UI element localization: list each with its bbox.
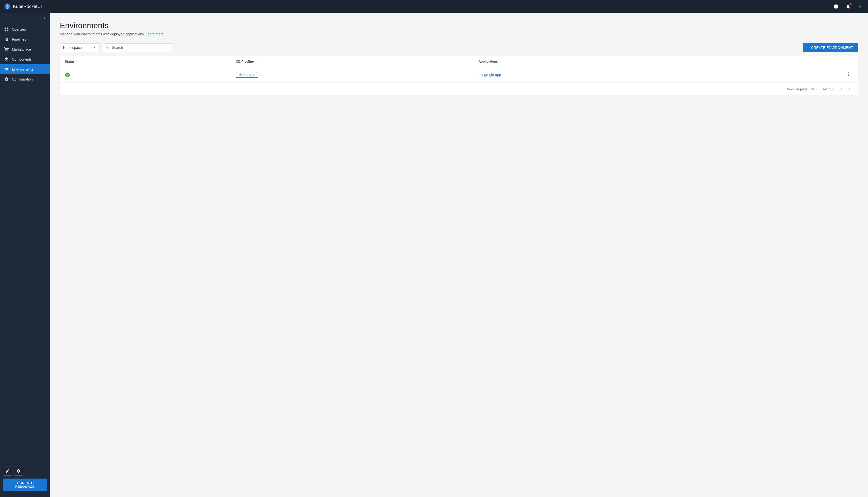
namespace-dropdown[interactable]: Namespaces — [60, 43, 100, 52]
create-env-label: + CREATE ENVIRONMENT — [808, 46, 853, 49]
sidebar-item-environments[interactable]: Environments — [0, 64, 50, 74]
sidebar-bottom: + CREATE RESOURCE — [0, 465, 50, 493]
grid-icon — [4, 27, 9, 32]
row-applications-cell: my-go-gin-app — [473, 67, 717, 83]
notification-badge — [850, 3, 852, 5]
table-header-row: Status CD Pipeline App — [60, 56, 858, 67]
sidebar-item-overview-label: Overview — [12, 27, 26, 31]
chevron-down-rows-icon — [815, 87, 819, 91]
settings-icon — [16, 469, 21, 473]
page-nav — [838, 86, 853, 93]
app-title: KubeRocketCI — [13, 4, 42, 9]
search-input[interactable] — [112, 46, 169, 49]
rows-per-page: Rows per page: 15 — [785, 87, 819, 91]
environments-table: Status CD Pipeline App — [60, 56, 858, 83]
col-cd-pipeline-label: CD Pipeline — [236, 60, 254, 63]
row-cd-pipeline-cell: demo-pipe — [231, 67, 473, 83]
sidebar-item-configuration-label: Configuration — [12, 77, 33, 81]
chevron-left-icon — [42, 16, 47, 20]
create-resource-button[interactable]: + CREATE RESOURCE — [3, 479, 47, 491]
table-row: demo-pipe my-go-gin-app — [60, 67, 858, 83]
chevron-down-icon — [92, 46, 97, 49]
layers-icon — [4, 57, 9, 62]
more-vert-row-icon — [846, 72, 851, 76]
sidebar-item-pipelines-label: Pipelines — [12, 38, 26, 41]
main-content: Environments Manage your environments wi… — [50, 13, 868, 497]
pagination: Rows per page: 15 1–1 of 1 — [60, 83, 858, 96]
status-ok-icon — [65, 72, 226, 77]
sidebar-collapse-button[interactable] — [41, 15, 48, 23]
col-actions — [716, 56, 858, 67]
cd-pipeline-highlighted: demo-pipe — [236, 72, 258, 78]
app-body: Overview Pipelines Marketplace Component… — [0, 13, 868, 497]
toolbar-left: Namespaces — [60, 43, 173, 52]
sidebar-item-overview[interactable]: Overview — [0, 25, 50, 34]
rows-per-page-select[interactable]: 15 — [810, 87, 819, 91]
col-applications-label: Applications — [479, 60, 498, 63]
sort-status-icon[interactable] — [76, 60, 78, 62]
logo-icon — [4, 3, 11, 10]
col-cd-pipeline: CD Pipeline — [231, 56, 473, 67]
topnav-actions — [832, 2, 864, 11]
sidebar-item-marketplace[interactable]: Marketplace — [0, 44, 50, 54]
create-resource-label: + CREATE RESOURCE — [7, 481, 43, 488]
col-status: Status — [60, 56, 231, 67]
sidebar-item-environments-label: Environments — [12, 67, 33, 71]
info-button[interactable] — [832, 2, 840, 11]
search-box — [103, 43, 173, 52]
pipelines-icon — [4, 37, 9, 42]
sidebar-collapse — [0, 13, 50, 23]
row-more-button[interactable] — [844, 71, 853, 79]
gear-icon — [4, 77, 9, 82]
create-environment-button[interactable]: + CREATE ENVIRONMENT — [803, 43, 858, 52]
namespace-value: Namespaces — [63, 46, 84, 49]
notifications-button[interactable] — [844, 2, 852, 11]
applications-link[interactable]: my-go-gin-app — [479, 73, 501, 77]
cd-pipeline-link[interactable]: demo-pipe — [239, 73, 255, 77]
more-vert-icon — [857, 4, 863, 9]
settings-button[interactable] — [14, 467, 23, 475]
chevron-right-page-icon — [847, 87, 852, 91]
sidebar-item-components-label: Components — [12, 57, 32, 61]
page-title: Environments — [60, 21, 858, 30]
info-icon — [834, 4, 839, 9]
svg-point-1 — [7, 6, 8, 7]
prev-page-button[interactable] — [838, 86, 845, 93]
topnav: KubeRocketCI — [0, 0, 868, 13]
next-page-button[interactable] — [846, 86, 853, 93]
table-header: Status CD Pipeline App — [60, 56, 858, 67]
logo: KubeRocketCI — [4, 3, 832, 10]
edit-icon — [5, 469, 10, 473]
rows-per-page-value: 15 — [810, 87, 814, 91]
toolbar: Namespaces + CREATE ENVIRONMENT — [60, 43, 858, 52]
col-status-label: Status — [65, 60, 75, 63]
page-info: 1–1 of 1 — [822, 87, 834, 91]
more-menu-button[interactable] — [856, 2, 864, 11]
row-status-cell — [60, 67, 231, 83]
sidebar-item-marketplace-label: Marketplace — [12, 47, 31, 51]
list-icon — [4, 67, 9, 72]
chevron-left-page-icon — [839, 87, 844, 91]
check-circle-icon — [65, 72, 70, 77]
sidebar-item-components[interactable]: Components — [0, 54, 50, 64]
table-body: demo-pipe my-go-gin-app — [60, 67, 858, 83]
page-subtitle-text: Manage your environments with deployed a… — [60, 32, 145, 36]
page-subtitle: Manage your environments with deployed a… — [60, 32, 858, 36]
learn-more-link[interactable]: Learn more. — [146, 32, 164, 36]
sidebar: Overview Pipelines Marketplace Component… — [0, 13, 50, 497]
sort-cd-pipeline-icon[interactable] — [255, 60, 257, 62]
row-actions-cell — [716, 67, 858, 83]
sidebar-nav: Overview Pipelines Marketplace Component… — [0, 23, 50, 465]
sidebar-item-configuration[interactable]: Configuration — [0, 74, 50, 84]
search-icon — [106, 46, 110, 49]
cart-icon — [4, 47, 9, 52]
table-container: Status CD Pipeline App — [60, 56, 858, 96]
col-applications: Applications — [473, 56, 717, 67]
sort-applications-icon[interactable] — [499, 60, 501, 62]
rows-per-page-label: Rows per page: — [785, 87, 808, 91]
sidebar-item-pipelines[interactable]: Pipelines — [0, 34, 50, 44]
edit-button[interactable] — [3, 467, 12, 475]
sidebar-bottom-icons — [3, 467, 47, 475]
